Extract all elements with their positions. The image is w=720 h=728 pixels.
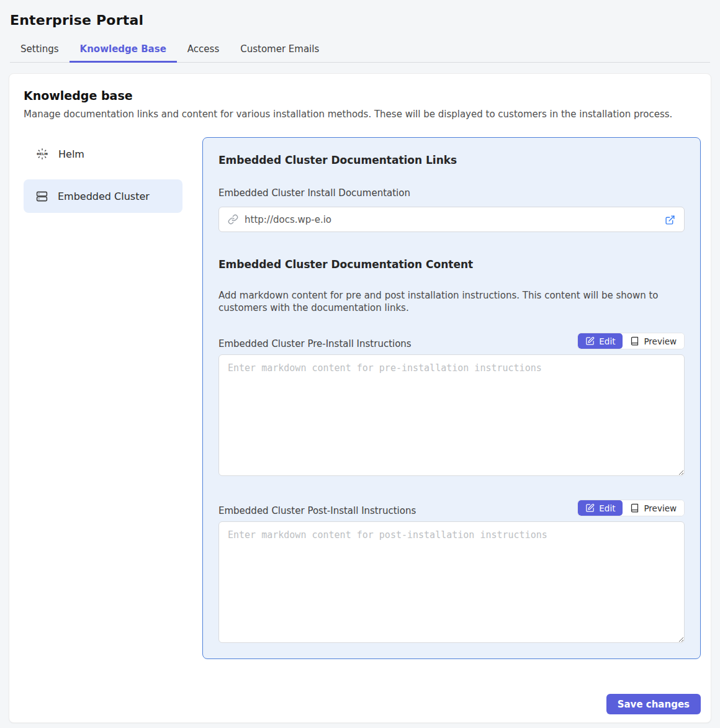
tab-knowledge-base[interactable]: Knowledge Base — [70, 38, 177, 63]
page-title: Enterprise Portal — [10, 12, 710, 28]
edit-toggle-button[interactable]: Edit — [578, 500, 623, 516]
install-doc-input-wrap — [218, 207, 685, 232]
knowledge-base-card: Knowledge base Manage documentation link… — [9, 73, 711, 723]
card-description: Manage documentation links and content f… — [24, 109, 701, 120]
post-install-edit-preview-toggle: Edit Preview — [577, 500, 685, 516]
sidebar-item-label: Helm — [58, 148, 84, 160]
edit-toggle-button[interactable]: Edit — [578, 333, 623, 349]
card-footer: Save changes — [606, 694, 701, 714]
post-install-markdown-textarea[interactable] — [218, 521, 685, 643]
documentation-links-heading: Embedded Cluster Documentation Links — [218, 154, 685, 166]
tab-settings[interactable]: Settings — [10, 38, 70, 63]
install-doc-url-input[interactable] — [245, 214, 659, 225]
pre-install-edit-preview-toggle: Edit Preview — [577, 333, 685, 349]
preview-toggle-button[interactable]: Preview — [623, 500, 684, 516]
tab-access[interactable]: Access — [177, 38, 230, 63]
post-install-label: Embedded Cluster Post-Install Instructio… — [218, 505, 416, 516]
embedded-cluster-panel: Embedded Cluster Documentation Links Emb… — [202, 137, 701, 659]
edit-pencil-icon — [585, 503, 595, 513]
install-doc-label: Embedded Cluster Install Documentation — [218, 187, 685, 199]
edit-pencil-icon — [585, 336, 595, 346]
preview-toggle-button[interactable]: Preview — [623, 333, 684, 349]
tab-bar: Settings Knowledge Base Access Customer … — [10, 38, 710, 63]
pre-install-label: Embedded Cluster Pre-Install Instruction… — [218, 338, 412, 349]
open-external-link-button[interactable] — [663, 213, 677, 227]
install-method-sidebar: HELM Helm Embedded Cluster — [24, 137, 182, 659]
link-icon — [228, 214, 238, 225]
server-icon — [36, 191, 48, 202]
content-description: Add markdown content for pre and post in… — [218, 289, 684, 314]
page-header: Enterprise Portal Settings Knowledge Bas… — [0, 0, 720, 63]
save-changes-button[interactable]: Save changes — [606, 694, 701, 714]
helm-icon: HELM — [36, 148, 48, 160]
sidebar-item-embedded-cluster[interactable]: Embedded Cluster — [24, 179, 182, 213]
tab-customer-emails[interactable]: Customer Emails — [230, 38, 330, 63]
documentation-content-heading: Embedded Cluster Documentation Content — [218, 258, 685, 271]
sidebar-item-helm[interactable]: HELM Helm — [24, 137, 182, 171]
card-heading: Knowledge base — [24, 89, 701, 102]
preview-book-icon — [630, 336, 639, 346]
svg-text:HELM: HELM — [37, 152, 47, 156]
pre-install-markdown-textarea[interactable] — [218, 354, 685, 476]
preview-book-icon — [630, 503, 639, 513]
sidebar-item-label: Embedded Cluster — [58, 191, 150, 202]
external-link-icon — [665, 215, 675, 225]
